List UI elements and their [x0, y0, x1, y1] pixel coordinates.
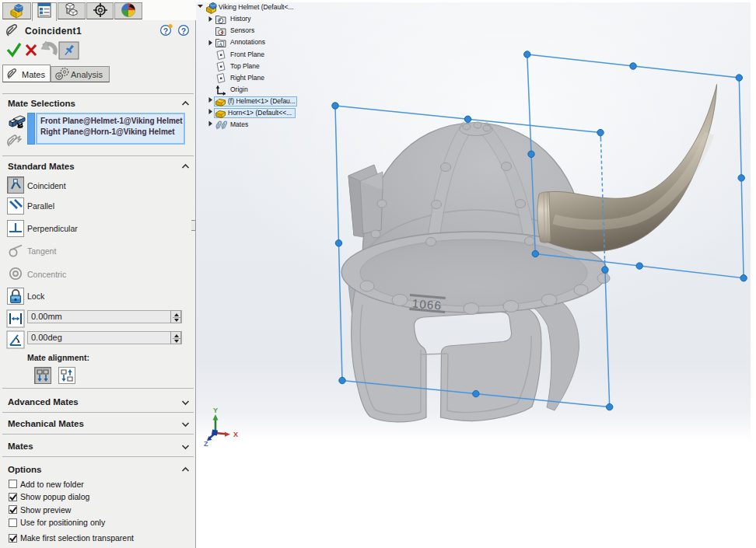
svg-text:Mates: Mates — [22, 70, 45, 79]
svg-text:A: A — [219, 41, 222, 47]
svg-text:X: X — [233, 431, 238, 438]
svg-text:Analysis: Analysis — [71, 70, 103, 79]
svg-text:1066: 1066 — [411, 296, 443, 312]
svg-text:?: ? — [181, 26, 186, 36]
svg-text:Y: Y — [213, 407, 218, 414]
svg-text:Z: Z — [204, 440, 208, 448]
svg-text:?: ? — [163, 26, 168, 36]
svg-text:Coincident1: Coincident1 — [25, 26, 82, 37]
